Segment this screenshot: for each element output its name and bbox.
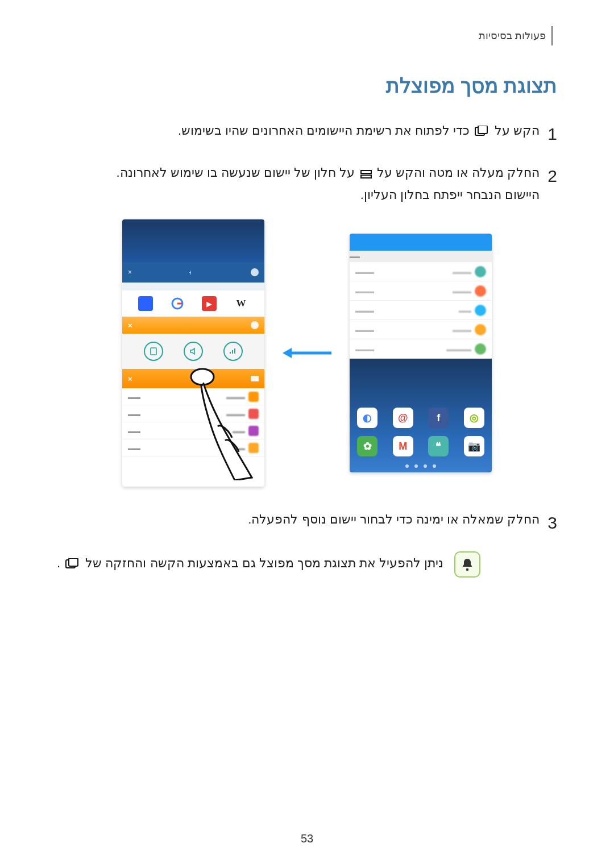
breadcrumb: פעולות בסיסיות: [479, 30, 557, 42]
app-dot-icon: [475, 305, 486, 316]
tip-row: ניתן להפעיל את תצוגת מסך מפוצל גם באמצעו…: [57, 551, 557, 578]
step-3-text: החלק שמאלה או ימינה כדי לבחור יישום נוסף…: [248, 512, 540, 526]
step-1: 1 הקש על כדי לפתוח את רשימת היישומים האח…: [57, 121, 557, 148]
settings-list: ▬▬▬ ▬▬▬ ▬▬▬ ▬▬▬ ▬▬▬ ▬▬ ▬▬▬ ▬▬▬ ▬▬▬ ▬▬▬: [350, 262, 492, 359]
close-icon: ×: [128, 375, 132, 383]
app-icon: 📷: [464, 436, 484, 456]
youtube-icon: ▶: [202, 296, 217, 311]
step-2-sub: היישום הנבחר ייפתח בחלון העליון.: [57, 185, 540, 205]
step-2-text-a: החלק מעלה או מטה והקש על: [374, 165, 540, 180]
step-1-body: הקש על כדי לפתוח את רשימת היישומים האחרו…: [57, 121, 540, 143]
subheader-strip: [122, 283, 264, 290]
step-3-body: החלק שמאלה או ימינה כדי לבחור יישום נוסף…: [57, 509, 540, 529]
app-dot-icon: [475, 343, 486, 355]
app-card-header-1: × ⫞: [122, 262, 264, 283]
wallpaper-strip: [122, 219, 264, 262]
app-row-2: 📷❝M✿: [350, 436, 492, 456]
svg-point-9: [466, 568, 468, 571]
step-2: 2 החלק מעלה או מטה והקש על על חלון של יי…: [57, 163, 557, 205]
step-1-text-b: כדי לפתוח את רשימת היישומים האחרונים שהי…: [178, 123, 470, 138]
svg-rect-1: [478, 126, 487, 134]
app-dot-icon: [475, 266, 486, 277]
steps-list-cont: 3 החלק שמאלה או ימינה כדי לבחור יישום נו…: [57, 509, 557, 537]
volume-icon: [184, 342, 203, 361]
list-item: ▬▬ ▬▬▬: [122, 388, 264, 405]
app-dot-icon: [475, 324, 486, 335]
arrow-left-icon: [281, 344, 333, 362]
signal-icon: [223, 342, 243, 361]
app-icon: f: [428, 408, 449, 428]
close-x-icon: ×: [128, 268, 132, 276]
list-item: ▬▬ ▬▬▬: [122, 405, 264, 422]
gear-icon: [251, 321, 259, 329]
list-item: ▬▬ ▬▬: [122, 439, 264, 456]
list-item: ▬▬▬ ▬▬▬: [350, 262, 492, 281]
gear-icon: [251, 268, 259, 276]
tip-bell-icon: [454, 551, 480, 578]
recents-icon: [65, 558, 80, 573]
bookmark-icons-row: ▶ W: [122, 290, 264, 317]
page-title: תצוגת מסך מפוצלת: [57, 74, 557, 98]
app-icon: ◐: [357, 408, 377, 428]
list-item: ▬▬▬ ▬▬: [350, 301, 492, 320]
screenshot-recents: × ⫞ ▶ W ×: [122, 219, 264, 487]
clipboard-icon: [144, 342, 163, 361]
recents-icon: [475, 123, 489, 143]
app-icon: ✿: [357, 436, 377, 456]
page-number: 53: [0, 832, 614, 845]
step-1-text-a: הקש על: [491, 123, 540, 138]
svg-marker-8: [283, 348, 292, 358]
app-dot-icon: [248, 443, 259, 453]
close-icon: ×: [128, 321, 132, 330]
list-item: ▬▬ ▬▬: [122, 422, 264, 439]
manual-page: פעולות בסיסיות תצוגת מסך מפוצלת 1 הקש על…: [0, 0, 614, 868]
tip-text-b: .: [57, 556, 60, 570]
nav-dots: [350, 464, 492, 468]
app-dot-icon: [475, 285, 486, 297]
app-dot-icon: [248, 392, 259, 402]
svg-rect-5: [151, 348, 156, 355]
app-icon: @: [393, 408, 413, 428]
svg-rect-11: [69, 558, 78, 566]
step-2-body: החלק מעלה או מטה והקש על על חלון של יישו…: [57, 163, 540, 205]
split-indicator-icon: ⫞: [189, 375, 193, 383]
google-g-icon: [171, 297, 184, 310]
svg-rect-3: [361, 175, 371, 178]
tip-text-a: ניתן להפעיל את תצוגת מסך מפוצל גם באמצעו…: [82, 556, 443, 570]
app-card-header-2: × ⫞: [122, 369, 264, 388]
settings-strip: ▬▬: [350, 251, 492, 262]
app-dot-icon: [248, 426, 259, 436]
app-icon: ◎: [464, 408, 484, 428]
screenshot-split-result: ▬▬ ▬▬▬ ▬▬▬ ▬▬▬ ▬▬▬ ▬▬▬ ▬▬ ▬▬▬ ▬▬▬: [350, 234, 492, 472]
app-row-1: ◎f@◐: [350, 408, 492, 428]
step-3-number: 3: [547, 509, 557, 537]
home-panel: ◎f@◐ 📷❝M✿: [350, 359, 492, 472]
step-1-number: 1: [547, 121, 557, 148]
quick-tools: [122, 334, 264, 369]
app-dot-icon: [248, 409, 259, 419]
wikipedia-icon: W: [234, 296, 248, 311]
svg-rect-2: [361, 171, 371, 173]
step-2-number: 2: [547, 163, 557, 190]
tile-icon: [138, 296, 153, 311]
steps-list: 1 הקש על כדי לפתוח את רשימת היישומים האח…: [57, 121, 557, 205]
step-3: 3 החלק שמאלה או ימינה כדי לבחור יישום נו…: [57, 509, 557, 537]
tool-bar: ×: [122, 317, 264, 334]
list-item: ▬▬▬ ▬▬▬▬: [350, 339, 492, 359]
app-icon: ❝: [428, 436, 449, 456]
illustration-row: × ⫞ ▶ W ×: [57, 219, 557, 487]
step-2-text-b: על חלון של יישום שנעשה בו שימוש לאחרונה.: [117, 165, 355, 180]
list-item: ▬▬▬ ▬▬▬: [350, 281, 492, 301]
split-indicator-icon: ⫞: [188, 268, 192, 276]
list-item: ▬▬▬ ▬▬▬: [350, 320, 492, 339]
tip-text: ניתן להפעיל את תצוגת מסך מפוצל גם באמצעו…: [57, 556, 444, 573]
app-icon: M: [393, 436, 413, 456]
split-icon: [360, 165, 372, 185]
app-icon: [251, 376, 259, 381]
app-preview-list: ▬▬ ▬▬▬ ▬▬ ▬▬▬ ▬▬ ▬▬ ▬▬ ▬▬: [122, 388, 264, 456]
top-app-bar: [350, 234, 492, 251]
